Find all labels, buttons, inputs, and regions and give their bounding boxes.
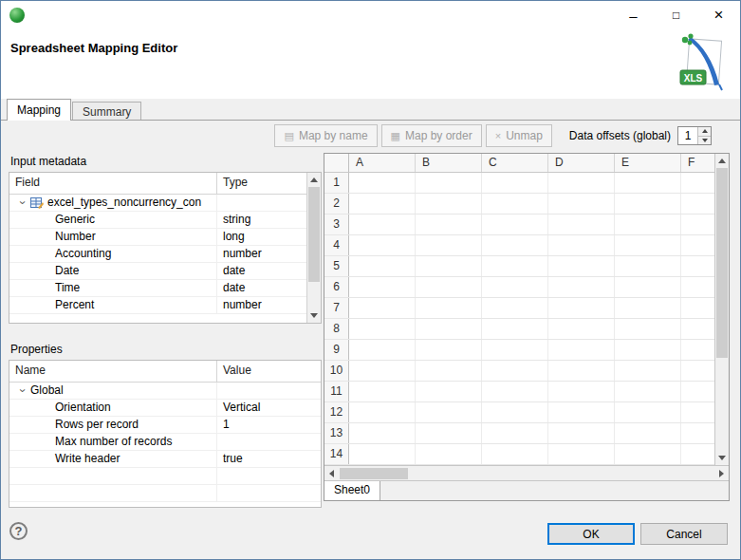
close-button[interactable]: × bbox=[697, 1, 740, 29]
scroll-thumb[interactable] bbox=[340, 468, 408, 479]
property-value[interactable]: true bbox=[216, 451, 321, 467]
column-header-value[interactable]: Value bbox=[216, 361, 321, 382]
grid-row-header[interactable]: 7 bbox=[324, 298, 349, 318]
grid-cell[interactable] bbox=[548, 298, 615, 318]
tab-mapping[interactable]: Mapping bbox=[7, 99, 71, 121]
grid-cell[interactable] bbox=[548, 319, 615, 339]
data-offsets-input[interactable] bbox=[678, 127, 697, 144]
grid-cell[interactable] bbox=[482, 194, 548, 214]
grid-cell[interactable] bbox=[548, 361, 615, 381]
grid-cell[interactable] bbox=[615, 256, 681, 276]
grid-cell[interactable] bbox=[416, 277, 482, 297]
grid-cell[interactable] bbox=[416, 361, 482, 381]
property-value[interactable]: 1 bbox=[216, 417, 321, 433]
grid-cell[interactable] bbox=[615, 402, 681, 422]
grid-cell[interactable] bbox=[681, 423, 714, 443]
grid-cell[interactable] bbox=[349, 444, 416, 464]
grid-cell[interactable] bbox=[416, 444, 482, 464]
scroll-thumb[interactable] bbox=[716, 168, 728, 358]
grid-cell[interactable] bbox=[681, 194, 714, 214]
grid-cell[interactable] bbox=[482, 173, 548, 193]
grid-row-header[interactable]: 5 bbox=[324, 256, 349, 276]
grid-cell[interactable] bbox=[548, 382, 615, 401]
grid-cell[interactable] bbox=[548, 215, 615, 234]
maximize-button[interactable]: □ bbox=[655, 1, 697, 29]
grid-cell[interactable] bbox=[615, 361, 681, 381]
grid-column-header[interactable]: F bbox=[681, 154, 714, 172]
map-by-name-button[interactable]: ▤ Map by name bbox=[274, 124, 377, 147]
column-header-type[interactable]: Type bbox=[216, 173, 321, 194]
property-row[interactable]: Rows per record 1 bbox=[9, 417, 321, 434]
grid-cell[interactable] bbox=[681, 256, 714, 276]
grid-cell[interactable] bbox=[681, 298, 714, 318]
metadata-row[interactable]: Accounting number bbox=[9, 246, 321, 263]
grid-cell[interactable] bbox=[349, 235, 416, 255]
grid-cell[interactable] bbox=[416, 215, 482, 234]
grid-column-header[interactable]: D bbox=[548, 154, 615, 172]
grid-cell[interactable] bbox=[681, 382, 714, 401]
properties-root-row[interactable]: › Global bbox=[9, 383, 321, 400]
grid-cell[interactable] bbox=[349, 423, 416, 443]
property-row[interactable]: Write header true bbox=[9, 451, 321, 468]
grid-cell[interactable] bbox=[482, 277, 548, 297]
grid-cell[interactable] bbox=[681, 319, 714, 339]
grid-row-header[interactable]: 4 bbox=[324, 235, 349, 255]
grid-row-header[interactable]: 9 bbox=[324, 340, 349, 360]
grid-cell[interactable] bbox=[349, 215, 416, 234]
column-header-field[interactable]: Field bbox=[9, 173, 216, 194]
grid-cell[interactable] bbox=[349, 402, 416, 422]
grid-cell[interactable] bbox=[681, 361, 714, 381]
spinner-down-button[interactable] bbox=[698, 136, 711, 145]
grid-cell[interactable] bbox=[615, 298, 681, 318]
scroll-up-button[interactable] bbox=[715, 154, 729, 168]
grid-cell[interactable] bbox=[615, 194, 681, 214]
grid-cell[interactable] bbox=[349, 340, 416, 360]
grid-cell[interactable] bbox=[615, 423, 681, 443]
grid-row-header[interactable]: 1 bbox=[324, 173, 349, 193]
grid-cell[interactable] bbox=[482, 256, 548, 276]
grid-cell[interactable] bbox=[482, 319, 548, 339]
grid-cell[interactable] bbox=[416, 194, 482, 214]
sheet-tab[interactable]: Sheet0 bbox=[324, 481, 380, 500]
grid-cell[interactable] bbox=[416, 173, 482, 193]
scroll-right-button[interactable] bbox=[714, 466, 729, 480]
grid-cell[interactable] bbox=[681, 444, 714, 464]
property-value[interactable] bbox=[216, 434, 321, 450]
grid-cell[interactable] bbox=[681, 173, 714, 193]
metadata-row[interactable]: Date date bbox=[9, 263, 321, 280]
cancel-button[interactable]: Cancel bbox=[640, 523, 728, 545]
grid-cell[interactable] bbox=[416, 340, 482, 360]
metadata-root-row[interactable]: › excel_types_noncurrency_con bbox=[9, 195, 321, 212]
grid-row-header[interactable]: 14 bbox=[324, 444, 349, 464]
grid-row-header[interactable]: 10 bbox=[324, 361, 349, 381]
grid-cell[interactable] bbox=[482, 444, 548, 464]
grid-row-header[interactable]: 6 bbox=[324, 277, 349, 297]
grid-row-header[interactable]: 12 bbox=[324, 402, 349, 422]
grid-cell[interactable] bbox=[548, 423, 615, 443]
grid-cell[interactable] bbox=[416, 256, 482, 276]
property-value[interactable]: Vertical bbox=[216, 400, 321, 416]
grid-cell[interactable] bbox=[349, 319, 416, 339]
metadata-row[interactable]: Number long bbox=[9, 229, 321, 246]
grid-cell[interactable] bbox=[349, 256, 416, 276]
grid-row-header[interactable]: 2 bbox=[324, 194, 349, 214]
ok-button[interactable]: OK bbox=[547, 523, 635, 545]
grid-cell[interactable] bbox=[681, 215, 714, 234]
grid-cell[interactable] bbox=[416, 235, 482, 255]
expander-icon[interactable]: › bbox=[14, 198, 30, 208]
grid-column-header[interactable]: E bbox=[615, 154, 681, 172]
scroll-down-button[interactable] bbox=[307, 308, 321, 323]
grid-cell[interactable] bbox=[482, 340, 548, 360]
minimize-button[interactable]: – bbox=[612, 1, 655, 29]
grid-cell[interactable] bbox=[615, 235, 681, 255]
tab-summary[interactable]: Summary bbox=[72, 102, 141, 120]
grid-cell[interactable] bbox=[615, 277, 681, 297]
metadata-row[interactable]: Time date bbox=[9, 280, 321, 297]
grid-cell[interactable] bbox=[349, 173, 416, 193]
grid-cell[interactable] bbox=[548, 235, 615, 255]
grid-corner-cell[interactable] bbox=[324, 154, 349, 172]
grid-cell[interactable] bbox=[349, 382, 416, 401]
metadata-row[interactable]: Percent number bbox=[9, 297, 321, 314]
grid-cell[interactable] bbox=[482, 423, 548, 443]
grid-cell[interactable] bbox=[416, 402, 482, 422]
